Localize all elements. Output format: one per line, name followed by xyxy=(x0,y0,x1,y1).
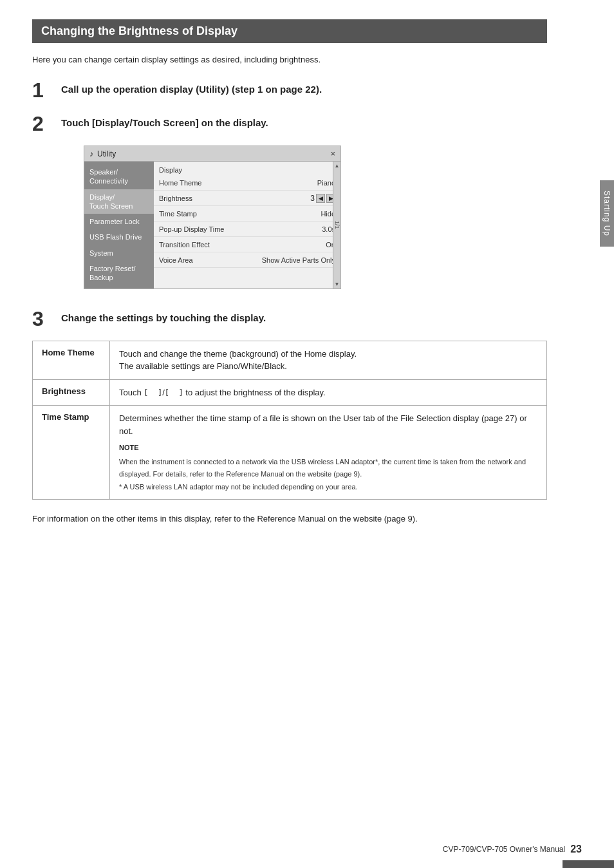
table-cell-label-home-theme: Home Theme xyxy=(33,341,110,379)
table-row-time-stamp: Time Stamp Determines whether the time s… xyxy=(33,406,547,500)
step-3-number: 3 xyxy=(32,307,61,329)
utility-row-popup[interactable]: Pop-up Display Time 3.0s xyxy=(154,222,340,237)
table-cell-desc-brightness: Touch [ ]/[ ] to adjust the brightness o… xyxy=(110,379,547,406)
step-1-text: Call up the operation display (Utility) … xyxy=(61,79,322,96)
step-2-text: Touch [Display/Touch Screen] on the disp… xyxy=(61,112,268,129)
utility-value-voice-area: Show Active Parts Only xyxy=(262,256,335,264)
utility-title-label: Utility xyxy=(97,149,116,158)
utility-row-transition[interactable]: Transition Effect On xyxy=(154,237,340,252)
page-number: 23 xyxy=(570,844,582,855)
table-cell-desc-time-stamp: Determines whether the time stamp of a f… xyxy=(110,406,547,500)
sidebar-item-factory-reset[interactable]: Factory Reset/Backup xyxy=(84,261,154,286)
sidebar-item-display[interactable]: Display/Touch Screen xyxy=(84,189,154,214)
page-indicator: 1/1 xyxy=(334,221,340,229)
sidebar-item-parameter-lock[interactable]: Parameter Lock xyxy=(84,214,154,229)
utility-label-brightness: Brightness xyxy=(159,194,310,202)
scroll-up-arrow[interactable]: ▲ xyxy=(335,163,340,169)
manual-name: CVP-709/CVP-705 Owner's Manual xyxy=(443,845,565,854)
utility-section-display: Display xyxy=(154,164,340,175)
page-title: Changing the Brightness of Display xyxy=(32,19,547,43)
step-1: 1 Call up the operation display (Utility… xyxy=(32,79,547,100)
utility-content: Display Home Theme Piano Brightness 3 ◀ … xyxy=(154,162,340,288)
table-cell-desc-home-theme: Touch and change the theme (background) … xyxy=(110,341,547,379)
table-cell-label-time-stamp: Time Stamp xyxy=(33,406,110,500)
bottom-bar-decoration xyxy=(563,860,614,868)
utility-label-voice-area: Voice Area xyxy=(159,256,262,264)
utility-row-time-stamp[interactable]: Time Stamp Hide xyxy=(154,206,340,222)
table-cell-label-brightness: Brightness xyxy=(33,379,110,406)
utility-panel-screenshot: ♪ Utility × Speaker/Connectivity Display… xyxy=(84,146,547,289)
utility-row-home-theme[interactable]: Home Theme Piano xyxy=(154,175,340,191)
utility-row-brightness[interactable]: Brightness 3 ◀ ▶ xyxy=(154,191,340,206)
utility-scrollbar[interactable]: ▲ 1/1 ▼ xyxy=(333,162,340,288)
time-stamp-description: Determines whether the time stamp of a f… xyxy=(119,413,527,436)
settings-table: Home Theme Touch and change the theme (b… xyxy=(32,341,547,500)
note-text: When the instrument is connected to a ne… xyxy=(119,458,526,491)
sidebar-item-usb[interactable]: USB Flash Drive xyxy=(84,229,154,245)
brightness-description: Touch [ ]/[ ] to adjust the brightness o… xyxy=(119,388,326,397)
utility-title-text: ♪ Utility xyxy=(89,149,116,158)
utility-panel: ♪ Utility × Speaker/Connectivity Display… xyxy=(84,146,341,289)
utility-brightness-value: 3 xyxy=(310,194,315,203)
step-3-text: Change the settings by touching the disp… xyxy=(61,307,266,325)
step-1-number: 1 xyxy=(32,79,61,100)
utility-sidebar: Speaker/Connectivity Display/Touch Scree… xyxy=(84,162,154,288)
utility-label-transition: Transition Effect xyxy=(159,241,326,249)
page-footer: CVP-709/CVP-705 Owner's Manual 23 xyxy=(443,844,582,855)
utility-close-button[interactable]: × xyxy=(330,149,335,158)
utility-icon: ♪ xyxy=(89,149,93,158)
utility-body: Speaker/Connectivity Display/Touch Scree… xyxy=(84,162,340,288)
side-tab: Starting Up xyxy=(600,180,614,247)
scroll-down-arrow[interactable]: ▼ xyxy=(335,281,340,287)
utility-brightness-down[interactable]: ◀ xyxy=(316,194,325,203)
table-row-brightness: Brightness Touch [ ]/[ ] to adjust the b… xyxy=(33,379,547,406)
utility-brightness-controls[interactable]: 3 ◀ ▶ xyxy=(310,194,335,203)
home-theme-description: Touch and change the theme (background) … xyxy=(119,349,357,372)
intro-text: Here you can change certain display sett… xyxy=(32,55,547,64)
step-2-number: 2 xyxy=(32,112,61,134)
step-2: 2 Touch [Display/Touch Screen] on the di… xyxy=(32,112,547,134)
utility-row-voice-area[interactable]: Voice Area Show Active Parts Only xyxy=(154,252,340,268)
sidebar-item-speaker[interactable]: Speaker/Connectivity xyxy=(84,164,154,189)
sidebar-item-system[interactable]: System xyxy=(84,245,154,261)
utility-title-bar: ♪ Utility × xyxy=(84,146,340,162)
utility-label-popup: Pop-up Display Time xyxy=(159,225,322,233)
step-3: 3 Change the settings by touching the di… xyxy=(32,307,547,329)
footer-text: For information on the other items in th… xyxy=(32,513,547,525)
utility-label-time-stamp: Time Stamp xyxy=(159,210,321,218)
table-row-home-theme: Home Theme Touch and change the theme (b… xyxy=(33,341,547,379)
note-label: NOTE xyxy=(119,442,537,453)
utility-label-home-theme: Home Theme xyxy=(159,179,317,187)
